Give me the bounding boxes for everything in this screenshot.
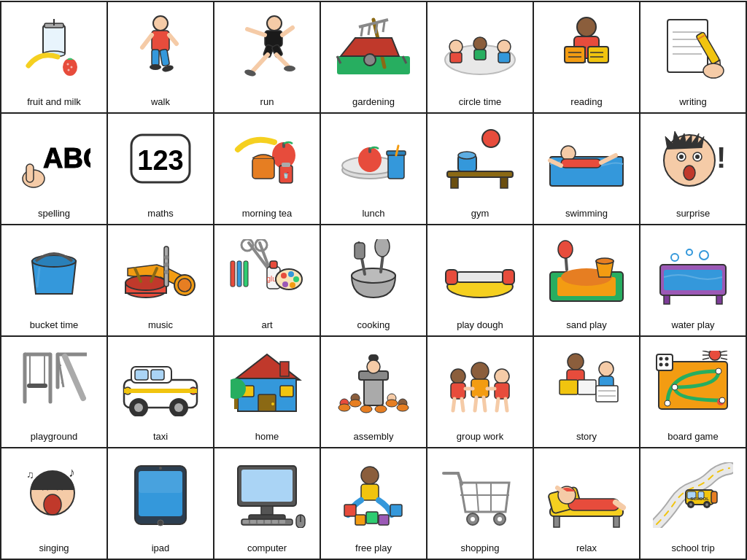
cell-art[interactable]: glue art: [214, 225, 321, 337]
svg-point-291: [705, 503, 708, 506]
cell-music[interactable]: music: [108, 225, 214, 337]
cell-spelling[interactable]: ABC spelling: [1, 114, 108, 225]
svg-point-215: [599, 362, 614, 376]
svg-marker-172: [234, 354, 300, 380]
svg-rect-254: [258, 520, 263, 524]
svg-point-16: [267, 16, 282, 31]
cell-sand-play[interactable]: sand play: [534, 225, 640, 337]
svg-line-29: [361, 27, 363, 36]
svg-rect-11: [160, 49, 170, 66]
svg-point-236: [672, 384, 678, 390]
svg-rect-282: [554, 516, 560, 527]
svg-rect-40: [474, 50, 486, 60]
cell-computer[interactable]: computer: [214, 448, 321, 560]
label-play-dough: play dough: [454, 319, 506, 331]
cell-fruit-and-milk[interactable]: fruit and milk: [1, 2, 108, 114]
cell-swimming[interactable]: swimming: [534, 114, 640, 225]
label-morning-tea: morning tea: [239, 208, 295, 219]
cell-playground[interactable]: playground: [1, 337, 108, 448]
cell-writing[interactable]: writing: [640, 2, 747, 114]
label-cooking: cooking: [355, 319, 393, 331]
cell-walk[interactable]: walk: [108, 2, 214, 114]
cell-story[interactable]: story: [534, 337, 640, 448]
cell-surprise[interactable]: ! surprise: [640, 114, 747, 225]
svg-line-228: [703, 351, 709, 352]
svg-point-192: [386, 400, 398, 407]
svg-rect-278: [568, 499, 619, 510]
svg-point-224: [659, 363, 663, 367]
label-board-game: board game: [665, 431, 721, 443]
label-spelling: spelling: [35, 208, 73, 219]
label-ipad: ipad: [149, 542, 173, 554]
svg-text:SCHOOL: SCHOOL: [690, 497, 709, 501]
svg-point-85: [458, 152, 476, 159]
svg-point-178: [271, 402, 274, 405]
cell-relax[interactable]: relax: [534, 448, 640, 560]
cell-free-play[interactable]: free play: [321, 448, 427, 560]
cell-lunch[interactable]: lunch: [321, 114, 427, 225]
svg-text:ABC: ABC: [43, 143, 90, 174]
svg-rect-244: [139, 471, 182, 493]
cell-play-dough[interactable]: play dough: [427, 225, 534, 337]
svg-rect-38: [450, 52, 462, 63]
svg-line-204: [453, 399, 454, 411]
svg-rect-10: [152, 50, 159, 66]
label-assembly: assembly: [351, 431, 397, 443]
svg-point-196: [451, 369, 465, 384]
svg-line-21: [282, 28, 293, 35]
svg-point-80: [482, 130, 500, 147]
svg-point-33: [364, 54, 376, 66]
svg-rect-144: [664, 295, 670, 304]
cell-school-trip[interactable]: SCHOOL school trip: [640, 448, 747, 560]
svg-point-146: [671, 254, 678, 261]
cell-maths[interactable]: 123 maths: [108, 114, 214, 225]
svg-rect-248: [241, 470, 293, 502]
cell-group-work[interactable]: group work: [427, 337, 534, 448]
svg-point-235: [716, 368, 721, 374]
svg-point-120: [288, 271, 294, 277]
svg-point-87: [561, 146, 576, 160]
svg-point-37: [449, 40, 462, 53]
cell-morning-tea[interactable]: 🥤 morning tea: [214, 114, 321, 225]
cell-ipad[interactable]: ipad: [108, 448, 214, 560]
svg-point-139: [596, 258, 614, 264]
cell-water-play[interactable]: water play: [640, 225, 747, 337]
label-walk: walk: [148, 96, 173, 108]
cell-singing[interactable]: ♪ ♫ singing: [1, 448, 108, 560]
cell-cooking[interactable]: cooking: [321, 225, 427, 337]
cell-assembly[interactable]: assembly: [321, 337, 427, 448]
cell-bucket-time[interactable]: bucket time: [1, 225, 108, 337]
label-home: home: [252, 431, 282, 443]
cell-taxi[interactable]: taxi: [108, 337, 214, 448]
svg-rect-265: [355, 515, 365, 525]
svg-point-98: [32, 255, 76, 267]
svg-rect-134: [446, 270, 457, 284]
svg-rect-173: [280, 362, 289, 376]
svg-rect-283: [614, 516, 619, 527]
svg-point-194: [360, 405, 372, 413]
svg-rect-69: [252, 158, 274, 179]
cell-reading[interactable]: reading: [534, 2, 640, 114]
cell-circle-time[interactable]: circle time: [427, 2, 534, 114]
cell-home[interactable]: home: [214, 337, 321, 448]
label-maths: maths: [144, 208, 176, 219]
cell-run[interactable]: run: [214, 2, 321, 114]
svg-rect-197: [451, 383, 465, 399]
cell-gym[interactable]: gym: [427, 114, 534, 225]
label-art: art: [258, 319, 275, 331]
svg-point-191: [349, 400, 361, 407]
svg-point-193: [397, 404, 409, 411]
svg-point-104: [125, 276, 166, 290]
svg-rect-201: [495, 383, 509, 399]
svg-point-190: [338, 404, 350, 411]
svg-rect-129: [355, 243, 365, 259]
cell-shopping[interactable]: shopping: [427, 448, 534, 560]
svg-rect-88: [561, 159, 601, 168]
svg-rect-133: [454, 272, 506, 282]
label-swimming: swimming: [562, 208, 611, 219]
svg-point-239: [44, 494, 61, 515]
cell-gardening[interactable]: gardening: [321, 2, 427, 114]
svg-rect-124: [231, 261, 235, 287]
cell-board-game[interactable]: board game: [640, 337, 747, 448]
svg-line-13: [169, 35, 177, 44]
